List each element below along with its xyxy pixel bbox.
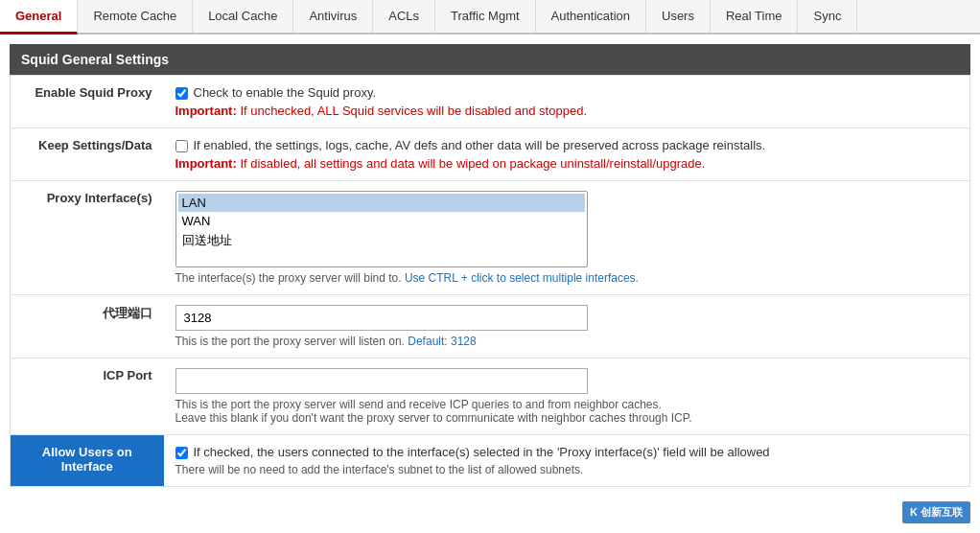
field-value-icp-port: This is the port the proxy server will s… [164, 359, 970, 435]
proxy-interfaces-link[interactable]: Use CTRL + click to select multiple inte… [405, 271, 639, 285]
field-label-keep-settings: Keep Settings/Data [11, 128, 164, 181]
field-label-enable-squid: Enable Squid Proxy [11, 76, 164, 128]
enable-squid-important-text: If unchecked, ALL Squid services will be… [240, 104, 587, 118]
tab-sync[interactable]: Sync [798, 0, 857, 33]
table-row: Proxy Interface(s) LANWAN回送地址 The interf… [11, 181, 970, 295]
field-value-keep-settings: If enabled, the settings, logs, cache, A… [164, 128, 970, 181]
proxy-interfaces-select[interactable]: LANWAN回送地址 [175, 191, 588, 267]
keep-settings-important-label: Important: [175, 156, 237, 171]
icp-port-input[interactable] [175, 368, 588, 394]
field-value-allow-users: If checked, the users connected to the i… [164, 435, 970, 487]
proxy-interfaces-hint: The interface(s) the proxy server will b… [175, 271, 402, 285]
keep-settings-important-text: If disabled, all settings and data will … [240, 156, 705, 171]
field-value-enable-squid: Check to enable the Squid proxy. Importa… [164, 76, 970, 128]
icp-port-hint2: Leave this blank if you don't want the p… [175, 411, 959, 425]
table-row: 代理端口 This is the port the proxy server w… [11, 295, 970, 359]
keep-settings-checkbox[interactable] [175, 140, 188, 152]
enable-squid-important-label: Important: [175, 104, 237, 118]
field-value-proxy-interfaces: LANWAN回送地址 The interface(s) the proxy se… [164, 181, 970, 295]
enable-squid-label: Check to enable the Squid proxy. [194, 85, 377, 100]
field-label-allow-users: Allow Users on Interface [11, 435, 164, 487]
table-row: ICP Port This is the port the proxy serv… [11, 359, 970, 435]
enable-squid-checkbox[interactable] [175, 87, 188, 100]
icp-port-hint1: This is the port the proxy server will s… [175, 398, 959, 411]
tab-local-cache[interactable]: Local Cache [193, 0, 293, 33]
tab-authentication[interactable]: Authentication [536, 0, 646, 33]
tab-acls[interactable]: ACLs [373, 0, 435, 33]
tab-traffic-mgmt[interactable]: Traffic Mgmt [435, 0, 536, 33]
tab-remote-cache[interactable]: Remote Cache [78, 0, 193, 33]
section-title: Squid General Settings [21, 52, 169, 67]
tab-real-time[interactable]: Real Time [711, 0, 799, 33]
table-row: Keep Settings/Data If enabled, the setti… [11, 128, 970, 181]
table-row: Allow Users on Interface If checked, the… [11, 435, 970, 487]
tab-antivirus[interactable]: Antivirus [293, 0, 373, 33]
field-label-icp-port: ICP Port [11, 359, 164, 435]
allow-users-hint: There will be no need to add the interfa… [175, 463, 584, 476]
field-value-proxy-port: This is the port the proxy server will l… [164, 295, 970, 359]
field-label-proxy-interfaces: Proxy Interface(s) [11, 181, 164, 295]
proxy-port-hint: This is the port the proxy server will l… [175, 335, 405, 348]
allow-users-checkbox[interactable] [175, 447, 188, 459]
tab-users[interactable]: Users [646, 0, 711, 33]
main-content: Squid General Settings Enable Squid Prox… [0, 35, 980, 497]
settings-table: Enable Squid Proxy Check to enable the S… [10, 75, 970, 487]
keep-settings-label: If enabled, the settings, logs, cache, A… [194, 138, 766, 152]
proxy-port-input[interactable] [175, 305, 588, 331]
field-label-proxy-port: 代理端口 [11, 295, 164, 359]
tab-general[interactable]: General [0, 0, 78, 35]
section-header: Squid General Settings [10, 44, 970, 75]
allow-users-label: If checked, the users connected to the i… [194, 445, 770, 459]
table-row: Enable Squid Proxy Check to enable the S… [11, 76, 970, 128]
proxy-port-default: Default: 3128 [408, 335, 476, 348]
tab-navigation: GeneralRemote CacheLocal CacheAntivirusA… [0, 0, 980, 35]
